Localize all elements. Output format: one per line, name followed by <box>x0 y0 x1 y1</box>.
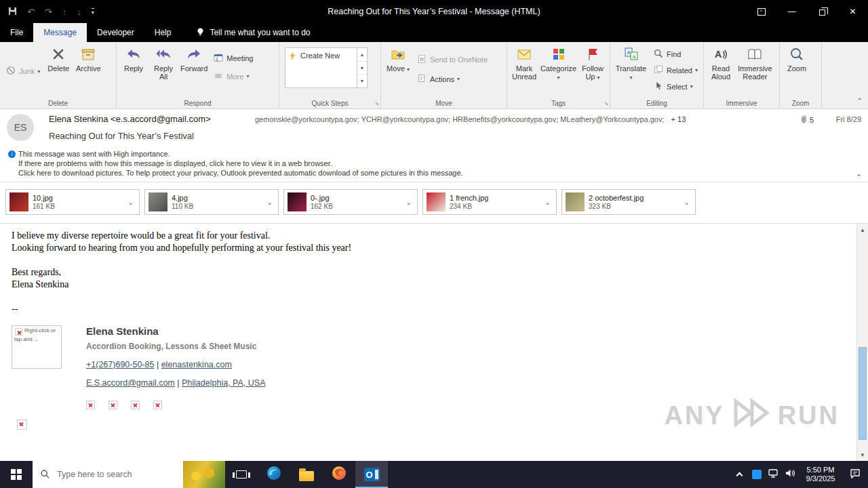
attachment-menu-chevron-icon[interactable]: ⌄ <box>542 199 554 206</box>
info-view-in-browser-link[interactable]: If there are problems with how this mess… <box>18 159 332 167</box>
avatar[interactable]: ES <box>7 114 34 141</box>
dialog-launcher-icon[interactable]: ↘ <box>374 100 379 106</box>
mark-unread-button[interactable]: Mark Unread <box>509 43 539 81</box>
scroll-down-icon[interactable]: ▼ <box>357 62 367 75</box>
website-link[interactable]: elenastenkina.com <box>161 360 232 369</box>
immersive-reader-icon <box>747 46 763 62</box>
tab-help[interactable]: Help <box>144 23 182 42</box>
attachment-menu-chevron-icon[interactable]: ⌄ <box>264 199 276 206</box>
categorize-icon <box>551 46 567 62</box>
immersive-reader-button[interactable]: Immersive Reader <box>736 43 774 81</box>
create-new-quick-step[interactable]: Create New <box>285 48 357 87</box>
attachment-indicator[interactable]: 5 <box>800 115 814 125</box>
network-button[interactable] <box>765 461 782 488</box>
collapse-header-chevron-icon[interactable]: ⌄ <box>856 169 862 178</box>
svg-text:a: a <box>632 54 635 60</box>
outlook-taskbar-button[interactable]: O <box>355 461 388 488</box>
move-button[interactable]: Move ▾ <box>383 43 413 74</box>
action-center-button[interactable] <box>842 461 868 488</box>
undo-icon[interactable]: ↶ <box>27 7 35 16</box>
location-link[interactable]: Philadelphia, PA, USA <box>182 378 265 388</box>
recipients-line[interactable]: gemonskie@yorkcountypa.gov; YCHR@yorkcou… <box>255 115 703 123</box>
search-highlight-image[interactable] <box>183 461 225 488</box>
delete-button[interactable]: Delete <box>43 43 73 73</box>
close-button[interactable]: ✕ <box>837 0 868 23</box>
tab-developer[interactable]: Developer <box>87 23 144 42</box>
previous-item-icon[interactable]: ↑ <box>62 7 67 16</box>
start-button[interactable] <box>0 461 33 488</box>
collapse-ribbon-icon[interactable]: ⌃ <box>857 97 863 104</box>
archive-button[interactable]: Archive <box>73 43 103 73</box>
signature-name: Elena Stenkina <box>86 325 265 338</box>
message-date: Fri 8/29 <box>836 115 861 123</box>
more-respond-button[interactable]: More▾ <box>210 69 256 83</box>
tray-app-button[interactable] <box>748 461 765 488</box>
info-bar: i This message was sent with High import… <box>0 146 868 182</box>
taskbar-search[interactable] <box>33 461 225 488</box>
zoom-button[interactable]: Zoom <box>782 43 812 73</box>
minimize-button[interactable]: — <box>776 0 807 23</box>
attachment-menu-chevron-icon[interactable]: ⌄ <box>403 199 415 206</box>
follow-up-button[interactable]: Follow Up ▾ <box>578 43 608 82</box>
firefox-button[interactable] <box>323 461 355 488</box>
tab-message[interactable]: Message <box>33 23 87 42</box>
attachment-card[interactable]: 1 french.jpg234 KB ⌄ <box>422 189 557 215</box>
gallery-more-icon[interactable]: ▼ <box>357 75 367 87</box>
ribbon-display-options-button[interactable]: ^ <box>746 0 776 23</box>
system-tray: 5:50 PM 9/3/2025 <box>731 461 868 488</box>
meeting-button[interactable]: Meeting <box>210 51 256 65</box>
junk-button[interactable]: Junk▾ <box>2 64 43 79</box>
related-button[interactable]: Related▾ <box>650 63 701 77</box>
attachment-card[interactable]: 10.jpg161 KB ⌄ <box>5 189 140 215</box>
search-input[interactable] <box>57 470 165 479</box>
message-subject: Reaching Out for This Year’s Festival <box>49 131 194 141</box>
redo-icon[interactable]: ↷ <box>45 7 52 16</box>
dialog-launcher-icon[interactable]: ↘ <box>604 100 608 106</box>
ribbon-group-zoom: Zoom Zoom <box>780 42 822 108</box>
scroll-up-icon[interactable]: ▲ <box>357 48 367 62</box>
scroll-up-arrow-icon[interactable]: ▲ <box>857 224 868 235</box>
tell-me-box[interactable]: Tell me what you want to do <box>196 23 310 42</box>
lightbulb-icon <box>196 27 205 39</box>
volume-icon <box>785 468 795 481</box>
file-explorer-button[interactable] <box>290 461 323 488</box>
reply-all-button[interactable]: Reply All <box>149 43 178 81</box>
show-hidden-icons-button[interactable] <box>731 461 748 488</box>
chevron-down-icon: ▾ <box>457 76 460 82</box>
phone-link[interactable]: +1(267)690-50-85 <box>86 360 154 369</box>
forward-button[interactable]: Forward <box>178 43 210 73</box>
body-scrollbar[interactable]: ▲ ▼ <box>856 224 868 461</box>
customize-qat-icon[interactable]: ▾ <box>92 8 94 16</box>
restore-button[interactable] <box>807 0 837 23</box>
volume-button[interactable] <box>782 461 799 488</box>
email-link[interactable]: E.S.accord@gmail.com <box>86 378 175 388</box>
categorize-button[interactable]: Categorize ▾ <box>539 43 578 82</box>
find-button[interactable]: Find <box>650 47 701 61</box>
read-aloud-button[interactable]: A Read Aloud <box>706 43 736 81</box>
attachment-menu-chevron-icon[interactable]: ⌄ <box>125 199 137 206</box>
info-download-pictures-link[interactable]: Click here to download pictures. To help… <box>18 169 463 177</box>
select-button[interactable]: Select▾ <box>650 79 701 94</box>
sender-name-address[interactable]: Elena Stenkina <e.s.accord@gmail.com> <box>49 114 211 124</box>
move-folder-icon <box>390 46 406 62</box>
send-to-onenote-button[interactable]: N Send to OneNote <box>413 52 491 66</box>
attachment-card[interactable]: 4.jpg110 KB ⌄ <box>144 189 279 215</box>
save-icon[interactable] <box>8 7 17 17</box>
edge-button[interactable] <box>258 461 290 488</box>
attachment-menu-chevron-icon[interactable]: ⌄ <box>681 199 693 206</box>
reply-button[interactable]: Reply <box>119 43 149 73</box>
broken-social-image-icon <box>131 401 140 409</box>
scrollbar-thumb[interactable] <box>859 347 867 440</box>
actions-button[interactable]: Actions▾ <box>413 72 491 86</box>
taskbar-clock[interactable]: 5:50 PM 9/3/2025 <box>799 466 842 483</box>
attachment-card[interactable]: 0-.jpg162 KB ⌄ <box>283 189 418 215</box>
translate-button[interactable]: Aa Translate ▾ <box>612 43 650 82</box>
tab-file[interactable]: File <box>0 23 33 42</box>
next-item-icon[interactable]: ↓ <box>77 7 81 16</box>
attachment-card[interactable]: 2 octoberfest.jpg323 KB ⌄ <box>561 189 696 215</box>
scroll-down-arrow-icon[interactable]: ▼ <box>857 449 868 460</box>
task-view-button[interactable] <box>225 461 258 488</box>
tray-app-icon <box>752 470 762 479</box>
ribbon-tab-row: File Message Developer Help Tell me what… <box>0 23 868 42</box>
more-recipients-badge[interactable]: + 13 <box>671 115 686 123</box>
